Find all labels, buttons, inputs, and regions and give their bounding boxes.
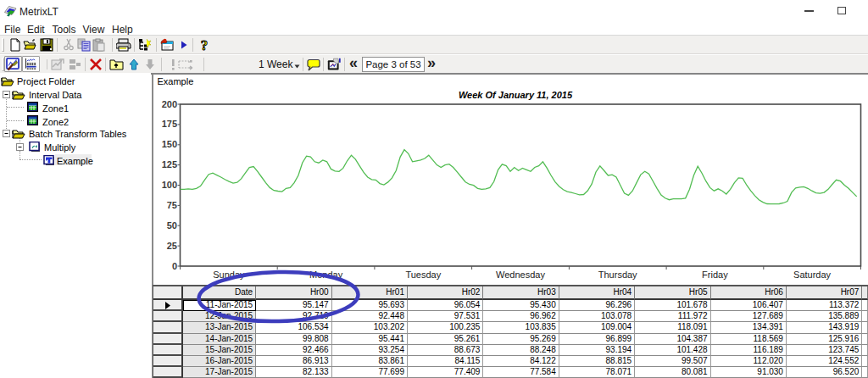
svg-text:Monday: Monday: [309, 270, 343, 280]
svg-text:Tuesday: Tuesday: [405, 270, 441, 280]
svg-text:Saturday: Saturday: [793, 270, 832, 280]
svg-text:25: 25: [167, 241, 177, 251]
svg-text:125: 125: [162, 159, 177, 170]
svg-text:50: 50: [167, 220, 177, 231]
svg-text:175: 175: [162, 119, 177, 129]
svg-text:200: 200: [162, 99, 177, 109]
svg-text:150: 150: [162, 139, 177, 149]
svg-text:Thursday: Thursday: [598, 270, 637, 280]
svg-text:0: 0: [172, 261, 177, 271]
svg-text:100: 100: [162, 180, 177, 190]
svg-text:Wednesday: Wednesday: [496, 270, 545, 280]
svg-text:Sunday: Sunday: [213, 270, 245, 280]
svg-text:Friday: Friday: [702, 270, 728, 280]
svg-text:?: ?: [201, 38, 209, 52]
svg-text:75: 75: [167, 200, 177, 210]
